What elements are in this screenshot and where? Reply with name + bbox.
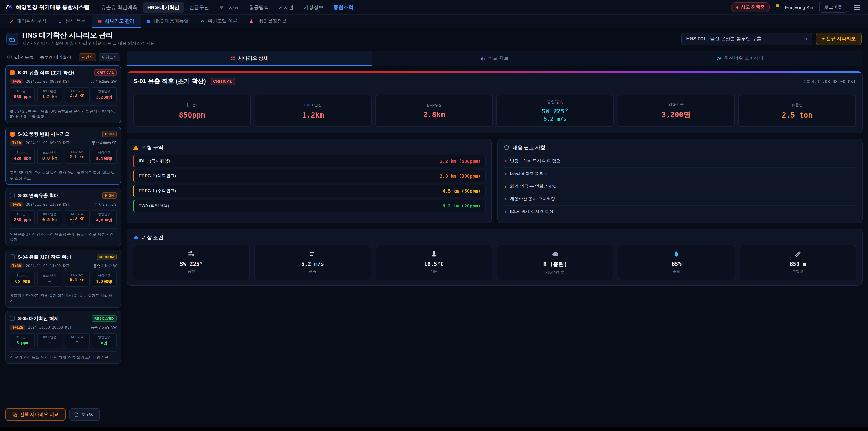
severity-badge: HIGH bbox=[102, 192, 117, 199]
nav-hns-dispersion[interactable]: HNS·대기확산 bbox=[143, 2, 184, 13]
scenario-description: 유출원 차단 완료. 잔류 증기 대기 확산중. 풍속 증가로 희석 촉진. bbox=[10, 290, 117, 304]
tab-analysis-list[interactable]: 분석 목록 bbox=[53, 15, 92, 28]
advisory-item: 화기 엄금 — 인화점 4°C bbox=[504, 180, 856, 193]
metric-cell: ERPG-21.8 km bbox=[64, 210, 90, 225]
tab-model-theory[interactable]: 확산모델 이론 bbox=[195, 15, 243, 28]
main-panel: 시나리오 상세 비교 차트 확산범위 오버레이 S-01 유출 직후 (초기 확… bbox=[127, 51, 863, 426]
sort-by-risk-badge[interactable]: 위험도순 bbox=[98, 53, 120, 61]
tab-substance-info[interactable]: HNS 물질정보 bbox=[243, 15, 293, 28]
bullet-icon bbox=[504, 160, 506, 162]
bullet-icon bbox=[504, 186, 506, 187]
severity-badge: RESOLVED bbox=[92, 315, 117, 322]
nav-integrated-search[interactable]: 통합조회 bbox=[329, 2, 358, 13]
scenario-icon bbox=[98, 19, 102, 23]
time-offset-badge: T+12h bbox=[10, 325, 25, 330]
logout-button[interactable]: 로그아웃 bbox=[819, 2, 847, 13]
flask-icon bbox=[249, 19, 254, 23]
nav-oil-spill[interactable]: 유출유 확산예측 bbox=[96, 2, 142, 13]
detail-metric-idlh-radius: IDLH 반경 1.2km bbox=[254, 95, 372, 127]
atmospheric-stability-icon bbox=[500, 250, 611, 258]
app: 해양환경 위기대응 통합시스템 유출유 확산예측 HNS·대기확산 긴급구난 보… bbox=[0, 0, 868, 431]
detail-metric-spill-amount: 유출량 2.5 ton bbox=[739, 95, 856, 127]
detail-metric-erpg2: ERPG-2 2.8km bbox=[375, 95, 493, 127]
bullet-icon bbox=[504, 198, 506, 200]
new-scenario-button[interactable]: + 신규 시나리오 bbox=[816, 33, 862, 45]
sub-tab-bar: 대기확산 분석 분석 목록 시나리오 관리 HNS 대응매뉴얼 확산모델 이론 … bbox=[0, 15, 868, 29]
scenario-wind: 풍속 7.5m/s NW bbox=[90, 325, 117, 330]
response-advisory-panel: 대응 권고 사항 반경 1.2km 즉시 대피 명령 Level B 화학복 착… bbox=[497, 139, 863, 223]
zone-row-erpg2: ERPG-2 (대피권고) 2.8 km (300ppm) bbox=[133, 170, 486, 182]
metric-cell: 영향인구4,800명 bbox=[92, 210, 117, 225]
zone-row-erpg1: ERPG-1 (주의권고) 4.5 km (50ppm) bbox=[133, 185, 486, 197]
nav-aerial-search[interactable]: 항공탐색 bbox=[244, 2, 273, 13]
scenario-timestamp: 2024.11.03 11:00 KST bbox=[26, 202, 70, 206]
detail-metric-peak-concentration: 최고농도 850ppm bbox=[133, 95, 251, 127]
nav-board[interactable]: 게시판 bbox=[274, 2, 298, 13]
danger-zones-title: 위험 구역 bbox=[142, 144, 163, 151]
menu-icon[interactable] bbox=[852, 2, 863, 13]
scenario-card-s02[interactable]: ✓ S-02 풍향 변화 시나리오 HIGH T+1h 2024.11.03 0… bbox=[5, 127, 121, 185]
advisory-item: IDLH 경계 실시간 측정 bbox=[504, 206, 856, 218]
scenario-card-s05[interactable]: S-05 대기확산 해제 RESOLVED T+12h 2024.11.03 2… bbox=[5, 311, 121, 364]
nav-reports[interactable]: 보고자료 bbox=[215, 2, 243, 13]
metric-cell: 최고농도8 ppm bbox=[10, 333, 35, 348]
tab-scenario-detail[interactable]: 시나리오 상세 bbox=[127, 51, 372, 66]
scenario-wind: 풍속 4.1m/s W bbox=[93, 263, 117, 268]
scenario-description: 톨루엔 2.5톤 순간 유출. SW 풍향으로 온산 산업단지 방향 확산. I… bbox=[10, 105, 117, 119]
nav-rescue[interactable]: 긴급구난 bbox=[185, 2, 214, 13]
weather-panel: 기상 조건 SW 225° 풍향 5.2 m/s 풍속 bbox=[127, 229, 863, 286]
bell-icon[interactable] bbox=[774, 3, 780, 11]
scenario-checkbox[interactable] bbox=[10, 254, 15, 259]
nav-weather[interactable]: 기상정보 bbox=[299, 2, 328, 13]
scenario-card-s03[interactable]: S-03 연속유출 확대 HIGH T+3h 2024.11.03 11:00 … bbox=[5, 188, 121, 246]
incident-select[interactable]: HNS-001 · 울산 온산항 톨루엔 누출 ▾ bbox=[681, 33, 812, 45]
zone-row-idlh: IDLH (즉시위험) 1.2 km (500ppm) bbox=[133, 155, 486, 167]
shield-icon bbox=[504, 145, 509, 151]
tab-scenario-management[interactable]: 시나리오 관리 bbox=[92, 15, 141, 28]
weather-cell-stability: D (중립) 대기안정도 bbox=[497, 245, 614, 280]
scenario-card-s01[interactable]: ✓ S-01 유출 직후 (초기 확산) CRITICAL T+0h 2024.… bbox=[5, 65, 121, 123]
scenario-checkbox[interactable] bbox=[10, 316, 15, 321]
metric-cell: IDLH반경— bbox=[37, 272, 62, 286]
detail-timestamp: 2024.11.03 08:00 KST bbox=[804, 79, 856, 84]
time-offset-badge: T+6h bbox=[10, 263, 23, 269]
incident-status-badge: + 사고 진행중 bbox=[731, 2, 770, 12]
tab-hns-manual[interactable]: HNS 대응매뉴얼 bbox=[141, 15, 195, 28]
time-offset-badge: T+1h bbox=[10, 140, 23, 146]
advisory-item: 해양확산 동시 모니터링 bbox=[504, 193, 856, 206]
weather-title: 기상 조건 bbox=[142, 234, 163, 241]
advisory-item: Level B 화학복 착용 bbox=[504, 168, 856, 180]
scenario-checkbox[interactable]: ✓ bbox=[10, 70, 15, 75]
metric-cell: IDLH반경0.8 km bbox=[37, 149, 62, 164]
scenario-title: S-04 유출 차단·잔류 확산 bbox=[18, 254, 94, 260]
time-offset-badge: T+3h bbox=[10, 202, 23, 207]
tab-analysis[interactable]: 대기확산 분석 bbox=[4, 15, 53, 28]
page-subtitle: 시간·조건별 대기확산 예측 시나리오 비교·검토 및 대응 의사결정 지원 bbox=[22, 40, 155, 46]
scenario-checkbox[interactable] bbox=[10, 193, 15, 198]
mixing-height-icon bbox=[743, 250, 853, 258]
bar-chart-icon bbox=[480, 56, 485, 60]
metric-cell: 최고농도420 ppm bbox=[10, 149, 35, 164]
tab-compare-chart[interactable]: 비교 차트 bbox=[372, 51, 617, 66]
curve-icon bbox=[200, 19, 205, 23]
scenario-wind: 풍속 5.2m/s SW bbox=[91, 79, 117, 84]
tab-range-overlay[interactable]: 확산범위 오버레이 bbox=[617, 51, 863, 66]
metric-cell: ERPG-2— bbox=[64, 333, 90, 348]
humidity-icon bbox=[621, 250, 732, 258]
scenario-description: 풍향 SE 전환. 주거지역 방향 확산 확대. 영향인구 증가. 대피 범위 … bbox=[10, 167, 117, 181]
compare-scenarios-button[interactable]: 선택 시나리오 비교 bbox=[5, 408, 65, 421]
sort-by-time-badge[interactable]: 시간순 bbox=[79, 53, 96, 61]
severity-badge: HIGH bbox=[102, 131, 117, 137]
main-nav: 유출유 확산예측 HNS·대기확산 긴급구난 보고자료 항공탐색 게시판 기상정… bbox=[96, 2, 724, 13]
bottom-strip bbox=[0, 427, 868, 431]
logo-icon bbox=[5, 3, 13, 11]
pencil-icon bbox=[9, 19, 14, 23]
metric-cell: 최고농도850 ppm bbox=[10, 87, 35, 102]
report-button[interactable]: 보고서 bbox=[69, 408, 100, 421]
scenario-checkbox[interactable]: ✓ bbox=[10, 131, 15, 136]
weather-cell-wind-speed: 5.2 m/s 풍속 bbox=[254, 245, 371, 280]
incident-icon: + bbox=[736, 5, 739, 10]
scenario-card-s04[interactable]: S-04 유출 차단·잔류 확산 MEDIUM T+6h 2024.11.03 … bbox=[5, 249, 121, 308]
topbar-right: + 사고 진행중 Eunjeong Kim 로그아웃 bbox=[731, 2, 863, 13]
system-title: 해양환경 위기대응 통합시스템 bbox=[16, 3, 89, 11]
